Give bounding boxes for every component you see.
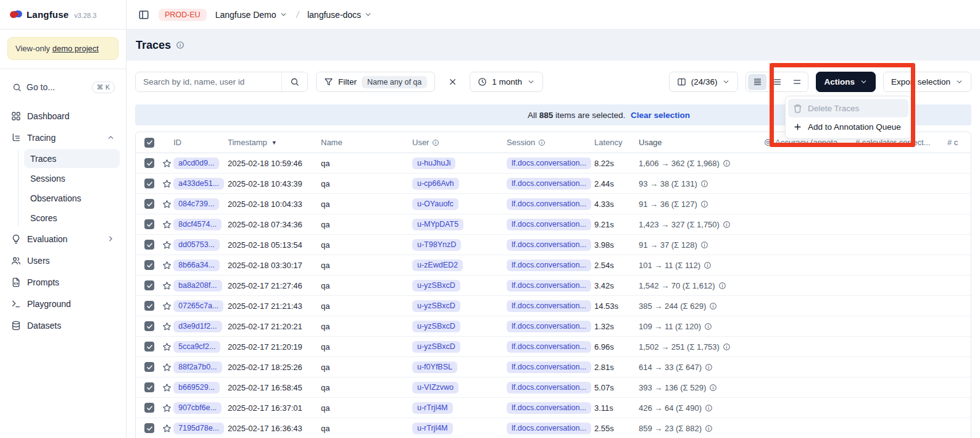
row-checkbox[interactable] bbox=[144, 342, 154, 352]
filter-button[interactable]: Filter Name any of qa bbox=[316, 72, 435, 92]
row-checkbox[interactable] bbox=[144, 240, 154, 250]
sidebar-item-datasets[interactable]: Datasets bbox=[6, 314, 120, 336]
sidebar-item-playground[interactable]: Playground bbox=[6, 293, 120, 314]
menu-item-delete-traces[interactable]: Delete Traces bbox=[788, 99, 908, 117]
column-header-session[interactable]: Session bbox=[507, 138, 594, 147]
column-header-accuracy[interactable]: Accuracy (annota... bbox=[764, 138, 855, 147]
sidebar-item-scores[interactable]: Scores bbox=[24, 208, 120, 227]
session-id-badge[interactable]: lf.docs.conversation... bbox=[507, 219, 591, 230]
star-bookmark-icon[interactable] bbox=[162, 363, 172, 372]
column-header-name[interactable]: Name bbox=[321, 138, 412, 147]
user-id-badge[interactable]: u-cp66Avh bbox=[412, 178, 459, 190]
user-id-badge[interactable]: u-f0YfBSL bbox=[412, 361, 457, 373]
star-bookmark-icon[interactable] bbox=[162, 322, 172, 331]
info-icon[interactable] bbox=[176, 41, 185, 49]
table-row[interactable]: 907cbf6e... 2025-02-17 16:37:01 qa u-rTr… bbox=[136, 398, 971, 418]
info-icon[interactable] bbox=[700, 180, 708, 188]
trace-id-badge[interactable]: 8dcf4574... bbox=[173, 219, 222, 230]
table-row[interactable]: a433de51... 2025-02-18 10:43:39 qa u-cp6… bbox=[136, 174, 971, 194]
star-bookmark-icon[interactable] bbox=[162, 342, 172, 352]
table-row[interactable]: 5cca9cf2... 2025-02-17 21:20:19 qa u-yzS… bbox=[136, 337, 971, 357]
star-bookmark-icon[interactable] bbox=[162, 159, 172, 168]
demo-project-link[interactable]: demo project bbox=[52, 44, 99, 53]
info-icon[interactable] bbox=[705, 363, 713, 371]
trace-id-badge[interactable]: dd05753... bbox=[173, 239, 220, 251]
user-id-badge[interactable]: u-yzSBxcD bbox=[412, 321, 460, 332]
info-icon[interactable] bbox=[723, 221, 731, 229]
star-bookmark-icon[interactable] bbox=[162, 220, 172, 229]
actions-button[interactable]: Actions bbox=[816, 72, 876, 92]
row-checkbox[interactable] bbox=[144, 219, 154, 229]
info-icon[interactable] bbox=[709, 302, 717, 310]
session-id-badge[interactable]: lf.docs.conversation... bbox=[507, 423, 591, 434]
star-bookmark-icon[interactable] bbox=[162, 403, 172, 413]
sidebar-item-evaluation[interactable]: Evaluation bbox=[6, 228, 120, 250]
star-bookmark-icon[interactable] bbox=[162, 383, 172, 392]
sidebar-toggle-button[interactable] bbox=[135, 6, 152, 23]
column-header-calculator-correct[interactable]: # calculator-correct... bbox=[855, 138, 947, 147]
user-id-badge[interactable]: u-zEwdED2 bbox=[412, 259, 463, 271]
session-id-badge[interactable]: lf.docs.conversation... bbox=[507, 239, 591, 251]
info-icon[interactable] bbox=[718, 282, 726, 290]
trace-id-badge[interactable]: 88f2a7b0... bbox=[173, 361, 222, 373]
time-range-button[interactable]: 1 month bbox=[470, 72, 543, 92]
row-checkbox[interactable] bbox=[144, 423, 154, 433]
sidebar-item-users[interactable]: Users bbox=[6, 250, 120, 271]
info-icon[interactable] bbox=[723, 343, 731, 351]
sidebar-item-traces[interactable]: Traces bbox=[24, 149, 120, 168]
star-bookmark-icon[interactable] bbox=[162, 179, 172, 188]
row-checkbox[interactable] bbox=[144, 321, 154, 331]
row-checkbox[interactable] bbox=[144, 280, 154, 290]
row-checkbox[interactable] bbox=[144, 260, 154, 270]
sidebar-item-tracing[interactable]: Tracing bbox=[6, 127, 120, 148]
row-checkbox[interactable] bbox=[144, 179, 154, 188]
goto-search[interactable]: Go to... ⌘ K bbox=[6, 77, 120, 98]
trace-id-badge[interactable]: a433de51... bbox=[173, 178, 224, 190]
column-header-user[interactable]: User bbox=[412, 138, 507, 147]
session-id-badge[interactable]: lf.docs.conversation... bbox=[507, 382, 591, 394]
columns-button[interactable]: (24/36) bbox=[669, 72, 739, 92]
star-bookmark-icon[interactable] bbox=[162, 301, 172, 311]
trace-id-badge[interactable]: b669529... bbox=[173, 382, 220, 394]
search-submit-button[interactable] bbox=[281, 72, 307, 91]
clear-filter-button[interactable] bbox=[443, 72, 462, 92]
trace-id-badge[interactable]: ba8a208f... bbox=[173, 280, 222, 292]
column-header-extra[interactable]: # c bbox=[947, 138, 971, 147]
row-checkbox[interactable] bbox=[144, 199, 154, 209]
sidebar-item-prompts[interactable]: Prompts bbox=[6, 271, 120, 293]
trace-id-badge[interactable]: 5cca9cf2... bbox=[173, 341, 220, 353]
column-header-latency[interactable]: Latency bbox=[594, 138, 639, 147]
session-id-badge[interactable]: lf.docs.conversation... bbox=[507, 280, 591, 292]
session-id-badge[interactable]: lf.docs.conversation... bbox=[507, 341, 591, 353]
table-row[interactable]: d3e9d1f2... 2025-02-17 21:20:21 qa u-yzS… bbox=[136, 316, 971, 337]
info-icon[interactable] bbox=[704, 322, 712, 331]
star-bookmark-icon[interactable] bbox=[162, 240, 172, 250]
user-id-badge[interactable]: u-yzSBxcD bbox=[412, 280, 460, 292]
user-id-badge[interactable]: u-rTrjl4M bbox=[412, 423, 453, 434]
session-id-badge[interactable]: lf.docs.conversation... bbox=[507, 321, 591, 332]
star-bookmark-icon[interactable] bbox=[162, 281, 172, 290]
session-id-badge[interactable]: lf.docs.conversation... bbox=[507, 198, 591, 210]
project-selector[interactable]: langfuse-docs bbox=[305, 7, 375, 22]
session-id-badge[interactable]: lf.docs.conversation... bbox=[507, 361, 591, 373]
table-row[interactable]: 084c739... 2025-02-18 10:04:33 qa u-OYau… bbox=[136, 194, 971, 214]
table-row[interactable]: 07265c7a... 2025-02-17 21:21:43 qa u-yzS… bbox=[136, 296, 971, 316]
table-row[interactable]: 88f2a7b0... 2025-02-17 18:25:26 qa u-f0Y… bbox=[136, 357, 971, 377]
session-id-badge[interactable]: lf.docs.conversation... bbox=[507, 158, 591, 169]
table-row[interactable]: b669529... 2025-02-17 16:58:45 qa u-VIZz… bbox=[136, 377, 971, 398]
sidebar-item-sessions[interactable]: Sessions bbox=[24, 169, 120, 188]
user-id-badge[interactable]: u-MYpDAT5 bbox=[412, 219, 463, 230]
user-id-badge[interactable]: u-yzSBxcD bbox=[412, 341, 460, 353]
info-icon[interactable] bbox=[723, 159, 731, 167]
info-icon[interactable] bbox=[705, 424, 713, 432]
trace-id-badge[interactable]: 07265c7a... bbox=[173, 300, 223, 312]
row-height-medium-button[interactable] bbox=[768, 74, 786, 90]
trace-id-badge[interactable]: 084c739... bbox=[173, 198, 219, 210]
session-id-badge[interactable]: lf.docs.conversation... bbox=[507, 259, 591, 271]
export-selection-button[interactable]: Export selection bbox=[883, 72, 971, 92]
table-row[interactable]: 8dcf4574... 2025-02-18 07:34:36 qa u-MYp… bbox=[136, 214, 971, 235]
user-id-badge[interactable]: u-rTrjl4M bbox=[412, 402, 453, 414]
row-checkbox[interactable] bbox=[144, 403, 154, 413]
user-id-badge[interactable]: u-huJhuJi bbox=[412, 158, 455, 169]
session-id-badge[interactable]: lf.docs.conversation... bbox=[507, 300, 591, 312]
